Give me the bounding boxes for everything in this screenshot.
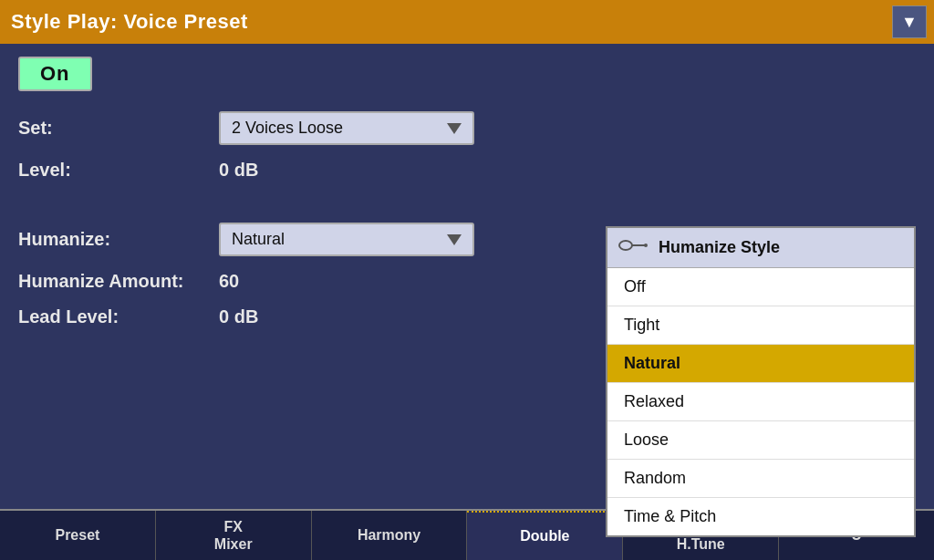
level-label: Level: [18, 160, 219, 181]
tab-double[interactable]: Double [467, 511, 623, 560]
popup-item[interactable]: Relaxed [607, 383, 914, 421]
svg-point-2 [644, 244, 648, 247]
popup-item[interactable]: Off [607, 268, 914, 306]
popup-title: Humanize Style [659, 238, 780, 257]
popup-item[interactable]: Loose [607, 421, 914, 460]
humanize-style-popup: Humanize Style OffTightNaturalRelaxedLoo… [606, 226, 916, 537]
humanize-value: Natural [232, 230, 285, 249]
humanize-amount-value: 60 [219, 271, 239, 292]
tab-fx-mixer[interactable]: FXMixer [156, 511, 312, 560]
svg-point-0 [619, 241, 632, 250]
level-value: 0 dB [219, 160, 258, 181]
tab-preset[interactable]: Preset [0, 511, 156, 560]
popup-icon [618, 235, 648, 260]
humanize-label: Humanize: [18, 229, 219, 250]
title-dropdown-button[interactable]: ▼ [892, 5, 927, 38]
main-area: On Set: 2 Voices Loose Level: 0 dB Human… [0, 44, 934, 509]
humanize-dropdown-arrow [436, 234, 462, 245]
lead-level-label: Lead Level: [18, 306, 219, 327]
humanize-dropdown[interactable]: Natural [219, 223, 474, 256]
popup-header: Humanize Style [607, 228, 914, 268]
humanize-amount-label: Humanize Amount: [18, 271, 219, 292]
set-dropdown-arrow [436, 123, 462, 134]
chevron-down-icon: ▼ [901, 13, 918, 32]
set-label: Set: [18, 118, 219, 139]
popup-item[interactable]: Random [607, 460, 914, 498]
level-field-row: Level: 0 dB [18, 160, 916, 181]
set-value: 2 Voices Loose [232, 119, 343, 138]
popup-item[interactable]: Tight [607, 306, 914, 345]
popup-items-list: OffTightNaturalRelaxedLooseRandomTime & … [607, 268, 914, 535]
popup-item[interactable]: Natural [607, 345, 914, 383]
title-bar: Style Play: Voice Preset ▼ [0, 0, 934, 44]
set-dropdown[interactable]: 2 Voices Loose [219, 111, 474, 145]
set-field-row: Set: 2 Voices Loose [18, 111, 916, 145]
page-title: Style Play: Voice Preset [11, 10, 248, 34]
on-button[interactable]: On [18, 57, 92, 91]
tab-harmony[interactable]: Harmony [312, 511, 468, 560]
popup-item[interactable]: Time & Pitch [607, 498, 914, 535]
lead-level-value: 0 dB [219, 306, 258, 327]
